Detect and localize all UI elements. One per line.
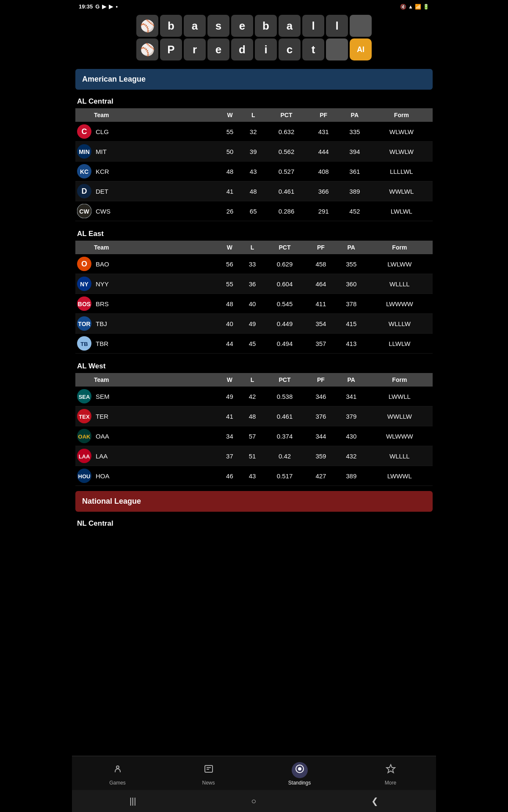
team-l: 49 [241, 314, 264, 334]
table-row[interactable]: C CLG 55 32 0.632 431 335 WLWLW [75, 122, 433, 142]
al-east-col-team: Team [75, 241, 218, 254]
team-cell: C CLG [75, 122, 218, 142]
nav-games[interactable]: Games [72, 760, 163, 788]
team-pa: 341 [336, 387, 367, 406]
team-pa: 452 [339, 201, 370, 221]
logo-b2: b [255, 15, 277, 37]
table-row[interactable]: KC KCR 48 43 0.527 408 361 LLLLWL [75, 162, 433, 181]
nav-standings[interactable]: Standings [254, 760, 345, 788]
logo-r: r [184, 38, 206, 60]
national-league-header: National League [75, 491, 433, 512]
team-pct: 0.461 [264, 406, 306, 426]
team-pct: 0.562 [265, 142, 308, 162]
team-pf: 408 [308, 162, 339, 181]
team-icon: HOU [77, 469, 91, 483]
al-west-col-pf: PF [306, 373, 336, 387]
team-pa: 378 [336, 294, 367, 314]
team-cell: NY NYY [75, 274, 218, 294]
team-pf: 357 [306, 334, 336, 354]
team-cell: TB TBR [75, 334, 218, 354]
team-form: WLLLL [367, 274, 433, 294]
table-row[interactable]: O BAO 56 33 0.629 458 355 LWLWW [75, 254, 433, 274]
team-l: 42 [241, 387, 264, 406]
team-abbr: CLG [96, 128, 109, 135]
al-central-col-w: W [218, 108, 242, 122]
team-form: LWWWW [367, 294, 433, 314]
team-abbr: NYY [96, 280, 109, 288]
logo-c: c [279, 38, 301, 60]
logo-P: P [160, 38, 182, 60]
team-pf: 359 [306, 446, 336, 466]
status-yt-icon: ▶ [102, 3, 106, 10]
svg-text:TOR: TOR [78, 321, 90, 327]
al-central-col-team: Team [75, 108, 218, 122]
team-form: LLWLW [367, 334, 433, 354]
team-w: 56 [218, 254, 241, 274]
al-west-col-w: W [218, 373, 241, 387]
team-icon: NY [77, 277, 91, 291]
table-row[interactable]: CW CWS 26 65 0.286 291 452 LWLWL [75, 201, 433, 221]
al-central-label: AL Central [75, 94, 433, 108]
table-row[interactable]: BOS BRS 48 40 0.545 411 378 LWWWW [75, 294, 433, 314]
team-cell: BOS BRS [75, 294, 218, 314]
al-east-col-w: W [218, 241, 241, 254]
team-l: 45 [241, 334, 264, 354]
logo-d: d [231, 38, 253, 60]
android-back[interactable]: ❮ [363, 792, 387, 810]
table-row[interactable]: TOR TBJ 40 49 0.449 354 415 WLLLW [75, 314, 433, 334]
team-icon: C [77, 124, 91, 139]
logo-row-1: ⚾ b a s e b a l l [136, 15, 372, 37]
team-abbr: BAO [96, 261, 109, 268]
svg-text:TB: TB [80, 341, 88, 347]
al-east-col-pa: PA [336, 241, 367, 254]
al-central-col-pf: PF [308, 108, 339, 122]
team-pa: 413 [336, 334, 367, 354]
table-row[interactable]: LAA LAA 37 51 0.42 359 432 WLLLL [75, 446, 433, 466]
table-row[interactable]: OAK OAA 34 57 0.374 344 430 WLWWW [75, 426, 433, 446]
team-pct: 0.527 [265, 162, 308, 181]
status-right: 🔇 ▲ 📶 🔋 [400, 4, 429, 10]
table-row[interactable]: NY NYY 55 36 0.604 464 360 WLLLL [75, 274, 433, 294]
al-west-table: Team W L PCT PF PA Form SEA SEM 49 42 0.… [75, 373, 433, 486]
nav-more[interactable]: More [345, 760, 436, 788]
team-cell: SEA SEM [75, 387, 218, 406]
team-form: WLWLW [370, 122, 433, 142]
team-w: 48 [218, 162, 242, 181]
table-row[interactable]: D DET 41 48 0.461 366 389 WWLWL [75, 181, 433, 201]
table-row[interactable]: TEX TER 41 48 0.461 376 379 WWLLW [75, 406, 433, 426]
team-pa: 361 [339, 162, 370, 181]
al-east-col-l: L [241, 241, 264, 254]
al-west-col-form: Form [367, 373, 433, 387]
table-row[interactable]: HOU HOA 46 43 0.517 427 389 LWWWL [75, 466, 433, 486]
team-pf: 291 [308, 201, 339, 221]
team-pct: 0.42 [264, 446, 306, 466]
android-recents[interactable]: ||| [121, 792, 145, 810]
team-l: 65 [242, 201, 265, 221]
team-pf: 376 [306, 406, 336, 426]
team-l: 33 [241, 254, 264, 274]
table-row[interactable]: TB TBR 44 45 0.494 357 413 LLWLW [75, 334, 433, 354]
team-l: 51 [241, 446, 264, 466]
logo-blank2 [326, 38, 348, 60]
al-east-col-pct: PCT [264, 241, 306, 254]
al-central-table: Team W L PCT PF PA Form C CLG 55 32 0.63… [75, 108, 433, 221]
al-east-col-form: Form [367, 241, 433, 254]
nav-news[interactable]: News [163, 760, 254, 788]
table-row[interactable]: SEA SEM 49 42 0.538 346 341 LWWLL [75, 387, 433, 406]
logo-baseball-2: ⚾ [136, 38, 158, 60]
team-abbr: OAA [96, 433, 109, 440]
team-pa: 415 [336, 314, 367, 334]
team-cell: TEX TER [75, 406, 218, 426]
team-pf: 431 [308, 122, 339, 142]
team-icon: TOR [77, 316, 91, 331]
table-row[interactable]: MIN MIT 50 39 0.562 444 394 WLWLW [75, 142, 433, 162]
team-abbr: TBR [96, 340, 108, 347]
content-area: American League AL Central Team W L PCT … [72, 69, 436, 598]
team-pct: 0.461 [265, 181, 308, 201]
team-pf: 464 [306, 274, 336, 294]
android-nav: ||| ○ ❮ [72, 790, 436, 812]
logo-l1: l [302, 15, 324, 37]
svg-point-37 [298, 768, 301, 770]
android-home[interactable]: ○ [243, 792, 265, 810]
team-pf: 458 [306, 254, 336, 274]
